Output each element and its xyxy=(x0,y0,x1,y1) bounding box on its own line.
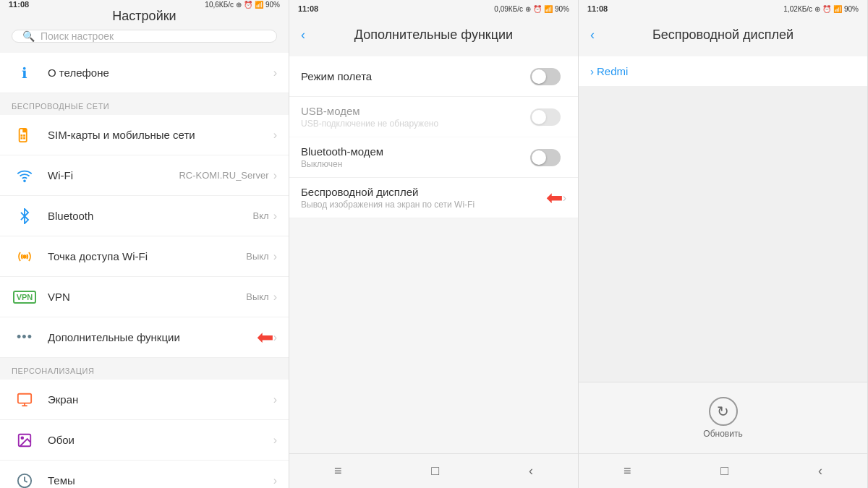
hotspot-icon xyxy=(12,244,38,270)
bt-modem-label: Bluetooth-модем xyxy=(301,145,530,158)
bt-icon-2: ⊕ xyxy=(525,5,531,13)
usb-modem-toggle xyxy=(530,108,561,126)
vpn-value: Выкл xyxy=(246,291,268,302)
svg-rect-8 xyxy=(18,393,31,403)
sim-icon xyxy=(12,122,38,148)
bt-icon-3: ⊕ xyxy=(814,5,820,13)
chevron-vpn: › xyxy=(273,291,277,304)
page-title-2: Дополнительные функции xyxy=(354,27,513,43)
bluetooth-label: Bluetooth xyxy=(48,210,253,222)
chevron-bluetooth: › xyxy=(273,210,277,223)
settings-item-airplane[interactable]: Режим полета xyxy=(289,56,578,97)
speed-2: 0,09КБ/с xyxy=(494,5,523,13)
svg-point-6 xyxy=(24,180,25,181)
menu-btn-3[interactable]: ≡ xyxy=(609,458,646,484)
wireless-display-subtitle: Вывод изображения на экран по сети Wi-Fi xyxy=(301,200,540,210)
bt-modem-subtitle: Выключен xyxy=(301,159,530,169)
display-label: Экран xyxy=(48,393,273,406)
display-icon xyxy=(12,387,38,413)
settings-item-about[interactable]: ℹ О телефоне › xyxy=(0,53,289,93)
signal-icon-2: 📶 xyxy=(544,5,553,13)
svg-rect-5 xyxy=(23,137,25,139)
hotspot-value: Выкл xyxy=(246,251,268,262)
settings-item-sim[interactable]: SIM-карты и мобильные сети › xyxy=(0,115,289,155)
status-icons-3: 1,02КБ/с ⊕ ⏰ 📶 90% xyxy=(783,5,859,13)
settings-item-hotspot[interactable]: Точка доступа Wi-Fi Выкл › xyxy=(0,236,289,277)
wifi-icon xyxy=(12,163,38,189)
themes-icon xyxy=(12,468,38,489)
redmi-chevron: › xyxy=(590,65,594,77)
settings-item-wallpaper[interactable]: Обои › xyxy=(0,420,289,461)
section-personal: ПЕРСОНАЛИЗАЦИЯ xyxy=(0,358,289,380)
wifi-value: RC-KOMI.RU_Server xyxy=(179,170,268,181)
svg-rect-2 xyxy=(21,134,23,137)
vpn-icon: VPN xyxy=(12,284,38,310)
bt-status-icon: ⊕ xyxy=(236,1,242,9)
speed-1: 10,6КБ/с xyxy=(205,1,234,9)
time-1: 11:08 xyxy=(9,0,29,9)
chevron-hotspot: › xyxy=(273,250,277,263)
red-arrow-wireless: ⬅ xyxy=(546,186,563,210)
menu-btn-2[interactable]: ≡ xyxy=(320,458,357,484)
about-label: О телефоне xyxy=(48,67,273,79)
svg-rect-1 xyxy=(22,128,27,132)
panel2-additional: 11:08 0,09КБ/с ⊕ ⏰ 📶 90% ‹ Дополнительны… xyxy=(289,0,579,488)
battery-3: 90% xyxy=(844,5,859,13)
chevron-themes: › xyxy=(273,474,277,487)
settings-item-wifi[interactable]: Wi-Fi RC-KOMI.RU_Server › xyxy=(0,155,289,196)
settings-item-display[interactable]: Экран › xyxy=(0,380,289,420)
status-icons-1: 10,6КБ/с ⊕ ⏰ 📶 90% xyxy=(205,1,280,9)
svg-point-7 xyxy=(22,254,27,259)
search-icon: 🔍 xyxy=(22,30,35,42)
section-wireless: БЕСПРОВОДНЫЕ СЕТИ xyxy=(0,93,289,115)
usb-modem-label: USB-модем xyxy=(301,105,530,117)
status-bar-1: 11:08 10,6КБ/с ⊕ ⏰ 📶 90% xyxy=(0,0,289,9)
themes-label: Темы xyxy=(48,474,273,487)
home-btn-2[interactable]: □ xyxy=(417,458,454,484)
chevron-about: › xyxy=(273,67,277,80)
status-bar-2: 11:08 0,09КБ/с ⊕ ⏰ 📶 90% xyxy=(289,0,578,17)
toggle-knob-usb xyxy=(532,110,546,124)
wifi-label: Wi-Fi xyxy=(48,169,179,181)
airplane-toggle[interactable] xyxy=(530,68,561,85)
chevron-display: › xyxy=(273,393,277,406)
airplane-label: Режим полета xyxy=(301,70,530,82)
settings-item-usb-modem: USB-модем USB-подключение не обнаружено xyxy=(289,97,578,137)
vpn-label: VPN xyxy=(48,291,246,303)
signal-icon-3: 📶 xyxy=(833,5,842,13)
usb-modem-subtitle: USB-подключение не обнаружено xyxy=(301,119,530,129)
red-arrow-extra: ⬅ xyxy=(257,325,273,349)
speed-3: 1,02КБ/с xyxy=(783,5,812,13)
info-icon: ℹ xyxy=(12,60,38,86)
bt-modem-toggle[interactable] xyxy=(530,149,561,166)
time-2: 11:08 xyxy=(298,4,318,13)
search-box[interactable]: 🔍 Поиск настроек xyxy=(12,30,277,43)
settings-item-vpn[interactable]: VPN VPN Выкл › xyxy=(0,277,289,317)
battery-1: 90% xyxy=(265,1,280,9)
settings-item-extra[interactable]: ••• Дополнительные функции ⬅ › xyxy=(0,317,289,358)
time-3: 11:08 xyxy=(587,4,608,13)
back-btn-3[interactable]: ‹ xyxy=(804,458,837,484)
settings-item-themes[interactable]: Темы › xyxy=(0,461,289,488)
svg-rect-4 xyxy=(21,137,23,139)
battery-2: 90% xyxy=(555,5,569,13)
home-btn-3[interactable]: □ xyxy=(706,458,743,484)
panel3-wireless-display: 11:08 1,02КБ/с ⊕ ⏰ 📶 90% ‹ Беспроводной … xyxy=(579,0,868,488)
more-icon: ••• xyxy=(12,325,38,351)
wireless-content xyxy=(579,86,867,382)
redmi-link[interactable]: › Redmi xyxy=(579,56,867,86)
chevron-sim: › xyxy=(273,129,277,142)
settings-item-bluetooth[interactable]: Bluetooth Вкл › xyxy=(0,196,289,236)
back-arrow-3[interactable]: ‹ xyxy=(590,27,595,43)
chevron-wifi: › xyxy=(273,169,277,182)
back-arrow-2[interactable]: ‹ xyxy=(301,27,305,43)
settings-item-bt-modem[interactable]: Bluetooth-модем Выключен xyxy=(289,137,578,178)
back-btn-2[interactable]: ‹ xyxy=(514,458,548,484)
refresh-button[interactable]: ↻ Обновить xyxy=(694,388,751,448)
bluetooth-value: Вкл xyxy=(253,210,269,221)
settings-item-wireless-display[interactable]: Беспроводной дисплей Вывод изображения н… xyxy=(289,178,578,218)
svg-rect-3 xyxy=(23,134,25,137)
hotspot-label: Точка доступа Wi-Fi xyxy=(48,250,246,262)
panel1-settings: 11:08 10,6КБ/с ⊕ ⏰ 📶 90% Настройки 🔍 Пои… xyxy=(0,0,289,488)
chevron-wallpaper: › xyxy=(273,434,277,447)
